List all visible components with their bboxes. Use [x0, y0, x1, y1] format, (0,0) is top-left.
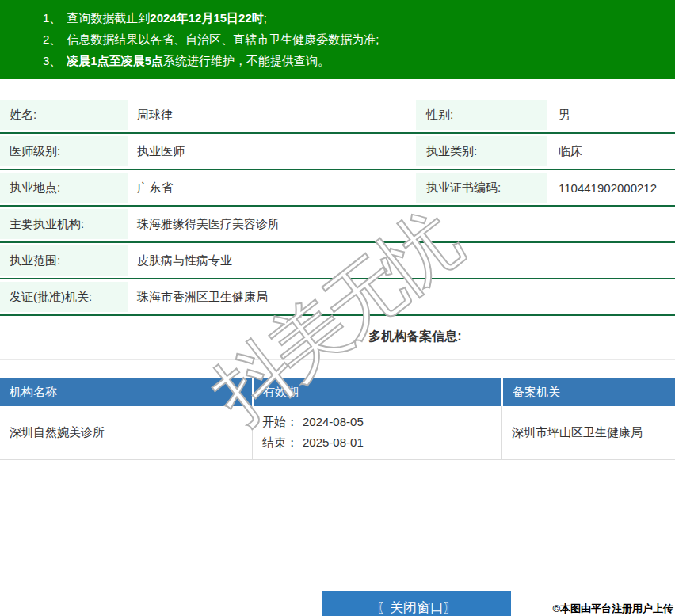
filing-authority-cell: 深圳市坪山区卫生健康局: [501, 406, 675, 459]
field-label-gender: 性别:: [416, 100, 547, 130]
info-row-scope: 执业范围: 皮肤病与性病专业: [0, 243, 675, 279]
field-value-issuing-authority: 珠海市香洲区卫生健康局: [128, 279, 675, 314]
upload-copyright-note: ©本图由平台注册用户上传: [552, 602, 673, 616]
field-value-main-institution: 珠海雅缘得美医疗美容诊所: [128, 207, 675, 241]
divider-bottom: [0, 584, 675, 584]
field-value-name: 周球律: [128, 97, 416, 132]
validity-end-label: 结束：: [262, 435, 298, 449]
section-title-multi-institution: 多机构备案信息:: [78, 329, 675, 345]
notice-line-3: 3、凌晨1点至凌晨5点系统进行维护，不能提供查询。: [43, 50, 659, 71]
notice-line-1: 1、查询数据截止到2024年12月15日22时;: [43, 7, 659, 29]
filing-header-authority: 备案机关: [501, 378, 675, 406]
info-row-location-certno: 执业地点: 广东省 执业证书编码: 110441902000212: [0, 170, 675, 207]
info-row-main-institution: 主要执业机构: 珠海雅缘得美医疗美容诊所: [0, 207, 675, 243]
field-value-level: 执业医师: [128, 134, 416, 169]
filing-table: 机构名称 有效期 备案机关 深圳自然婉美诊所 开始：2024-08-05 结束：…: [0, 378, 675, 460]
notice-text: 系统进行维护，不能提供查询。: [163, 54, 330, 67]
divider-top: [0, 359, 675, 360]
field-label-name: 姓名:: [0, 100, 128, 130]
field-value-gender: 男: [547, 97, 675, 132]
info-row-issuing-authority: 发证(批准)机关: 珠海市香洲区卫生健康局: [0, 279, 675, 316]
field-label-main-institution: 主要执业机构:: [0, 209, 128, 239]
notice-text-bold: 2024年12月15日22时: [150, 11, 263, 25]
notice-text: 查询数据截止到: [67, 11, 150, 25]
notice-number: 3、: [43, 54, 61, 67]
filing-header-validity: 有效期: [252, 378, 501, 406]
field-value-category: 临床: [547, 134, 675, 169]
field-value-location: 广东省: [128, 170, 416, 205]
filing-header-institution: 机构名称: [0, 378, 252, 406]
notice-line-2: 2、信息数据结果以各省、自治区、直辖市卫生健康委数据为准;: [43, 29, 659, 50]
notice-banner: 1、查询数据截止到2024年12月15日22时; 2、信息数据结果以各省、自治区…: [0, 0, 675, 79]
practitioner-info-table: 姓名: 周球律 性别: 男 医师级别: 执业医师 执业类别: 临床 执业地点: …: [0, 97, 675, 316]
filing-header-row: 机构名称 有效期 备案机关: [0, 378, 675, 406]
notice-text-bold: 凌晨1点至凌晨5点: [67, 54, 163, 67]
validity-end-date: 2025-08-01: [303, 435, 364, 449]
field-label-category: 执业类别:: [416, 136, 547, 166]
validity-start-date: 2024-08-05: [303, 415, 364, 428]
field-label-issuing-authority: 发证(批准)机关:: [0, 282, 128, 312]
field-label-cert-number: 执业证书编码:: [416, 173, 547, 203]
field-value-cert-number: 110441902000212: [547, 170, 675, 205]
validity-start: 开始：2024-08-05: [262, 415, 364, 430]
filing-row: 深圳自然婉美诊所 开始：2024-08-05 结束：2025-08-01 深圳市…: [0, 406, 675, 460]
info-row-name-gender: 姓名: 周球律 性别: 男: [0, 97, 675, 134]
info-row-level-category: 医师级别: 执业医师 执业类别: 临床: [0, 134, 675, 170]
field-label-location: 执业地点:: [0, 173, 128, 203]
close-window-button[interactable]: 〖关闭窗口〗: [322, 591, 511, 616]
institution-name-cell: 深圳自然婉美诊所: [0, 406, 252, 459]
field-label-level: 医师级别:: [0, 136, 128, 166]
notice-number: 2、: [43, 32, 61, 46]
field-value-scope: 皮肤病与性病专业: [128, 243, 675, 278]
validity-start-label: 开始：: [262, 415, 298, 428]
notice-number: 1、: [43, 11, 61, 25]
validity-end: 结束：2025-08-01: [262, 435, 364, 451]
notice-text: 信息数据结果以各省、自治区、直辖市卫生健康委数据为准;: [67, 32, 379, 46]
validity-cell: 开始：2024-08-05 结束：2025-08-01: [252, 406, 501, 459]
field-label-scope: 执业范围:: [0, 245, 128, 276]
notice-text: ;: [264, 11, 267, 25]
